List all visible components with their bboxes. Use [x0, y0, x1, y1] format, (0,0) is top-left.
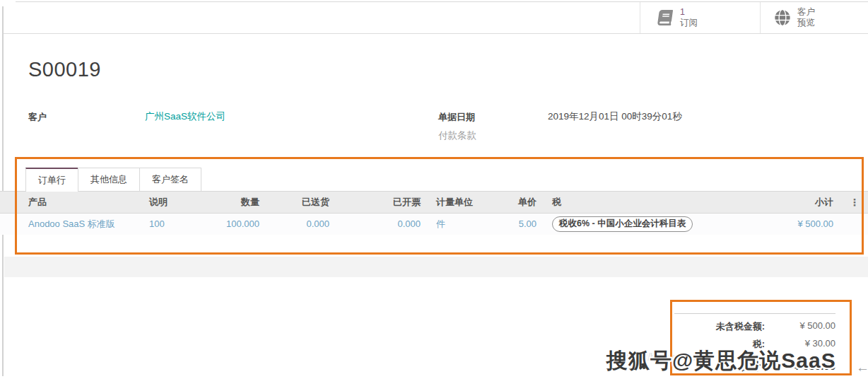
sohu-watermark: 搜狐号@黄思危说SaaS [606, 346, 836, 375]
optional-columns-icon[interactable]: ⋮ [850, 197, 860, 208]
order-number-title: S00019 [28, 58, 101, 81]
table-row: Anodoo SaaS 标准版 100 100.000 0.000 0.000 … [0, 213, 868, 235]
column-header-uom[interactable]: 计量单位 [428, 192, 496, 213]
payment-terms-field-label: 付款条款 [438, 129, 476, 142]
customer-preview-button[interactable]: 客户 预览 [760, 2, 868, 33]
column-header-product[interactable]: 产品 [0, 192, 141, 213]
customer-preview-label-line2: 预览 [797, 18, 815, 28]
customer-preview-label-line1: 客户 [797, 7, 815, 18]
cell-tax[interactable]: 税收6% - 中国小企业会计科目表 [544, 213, 742, 235]
table-footer-stripe [4, 257, 868, 277]
subscription-label: 订阅 [680, 18, 698, 28]
cell-product[interactable]: Anodoo SaaS 标准版 [0, 213, 141, 235]
untaxed-amount-value: ¥ 500.00 [765, 320, 835, 333]
cell-quantity[interactable]: 100.000 [187, 213, 267, 235]
table-header-row: 产品 说明 数量 已送货 已开票 计量单位 单价 税 小计 ⋮ [0, 192, 868, 213]
cell-uom[interactable]: 件 [428, 213, 496, 235]
column-header-unit-price[interactable]: 单价 [496, 192, 544, 213]
tab-order-lines[interactable]: 订单行 [25, 168, 78, 192]
notebook-tabs: 订单行 其他信息 客户签名 [25, 168, 201, 192]
tax-tag[interactable]: 税收6% - 中国小企业会计科目表 [552, 216, 693, 232]
sales-order-form-page: 1 订阅 客户 预览 S00019 客户 广州SaaS软件公司 单据日期 201… [0, 0, 868, 379]
cell-unit-price[interactable]: 5.00 [496, 213, 544, 235]
customer-field-value[interactable]: 广州SaaS软件公司 [145, 110, 225, 123]
globe-icon [775, 10, 790, 25]
totals-divider [674, 313, 835, 314]
topbar: 1 订阅 客户 预览 [4, 2, 868, 34]
back-arrow-icon: ← [856, 360, 868, 375]
order-lines-table: 产品 说明 数量 已送货 已开票 计量单位 单价 税 小计 ⋮ Anodoo S… [0, 192, 868, 235]
order-date-field-label: 单据日期 [438, 111, 475, 124]
tab-customer-signature[interactable]: 客户签名 [139, 168, 201, 191]
untaxed-amount-label: 未含税金额: [623, 320, 765, 333]
subscription-button[interactable]: 1 订阅 [640, 2, 760, 33]
cell-delivered[interactable]: 0.000 [267, 213, 337, 235]
customer-field-label: 客户 [28, 111, 47, 124]
cell-subtotal[interactable]: ¥ 500.00 [742, 213, 841, 235]
column-header-tax[interactable]: 税 [544, 192, 742, 213]
column-header-quantity[interactable]: 数量 [187, 192, 267, 213]
subscription-count: 1 [680, 7, 698, 18]
cell-description[interactable]: 100 [141, 213, 187, 235]
cell-invoiced[interactable]: 0.000 [337, 213, 428, 235]
cell-row-menu [841, 213, 868, 235]
column-header-invoiced[interactable]: 已开票 [337, 192, 428, 213]
book-icon [656, 10, 674, 25]
tab-other-info[interactable]: 其他信息 [78, 168, 140, 191]
column-header-subtotal[interactable]: 小计 [742, 192, 841, 213]
column-header-description[interactable]: 说明 [141, 192, 187, 213]
order-date-field-value[interactable]: 2019年12月01日 00时39分01秒 [548, 110, 682, 123]
column-header-delivered[interactable]: 已送货 [267, 192, 337, 213]
